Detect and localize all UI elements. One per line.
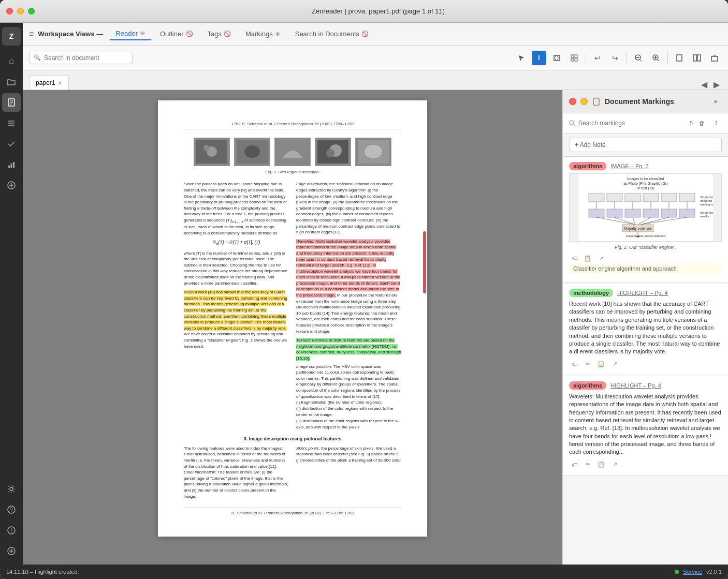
marking-1-tag[interactable]: algorithms [569,162,606,170]
tool-undo[interactable]: ↩ [590,51,605,65]
svg-point-49 [570,121,574,125]
marking-3-location[interactable]: HIGHLIGHT – Pg. 4 [610,382,661,389]
export-button[interactable]: ⤴ [710,117,722,129]
page-header: 1762 R. Schettini et al. / Pattern Recog… [184,121,401,129]
tab-reader-icon: 👁 [140,31,145,37]
menu-icon[interactable]: ≡ [29,29,34,39]
status-message: 14:11:10 – Highlight created. [6,569,671,575]
delete-all-button[interactable]: 🗑 [696,117,707,129]
tool-export[interactable] [707,51,722,65]
search-count: 5 [690,120,693,126]
svg-rect-70 [607,209,622,217]
marking-2-location[interactable]: HIGHLIGHT – Pg. 4 [617,290,668,296]
marking-1-share-action[interactable]: ↗ [596,253,606,263]
scroll-indicator [423,231,426,293]
svg-text:Single tree classifiers: Single tree classifiers [700,196,713,199]
marking-2-edit-action[interactable]: ✏ [583,359,593,369]
tab-outliner-label: Outliner [160,30,184,38]
search-box[interactable]: 🔍 [29,52,133,64]
svg-point-40 [203,145,210,151]
tool-redo[interactable]: ↪ [608,51,622,65]
svg-line-50 [574,125,575,126]
marking-3-edit-action[interactable]: ✏ [583,459,593,470]
search-markings-input[interactable] [578,120,687,127]
add-note-button[interactable]: + Add Note [569,138,722,152]
minimize-window-button[interactable] [17,8,24,14]
sidebar-item-settings[interactable] [2,480,21,498]
sidebar-item-chart[interactable] [2,155,21,174]
marking-2-tag-action[interactable]: 🏷 [569,359,579,369]
sidebar-item-info[interactable]: i [2,521,21,540]
svg-line-78 [615,217,635,225]
tab-search-documents[interactable]: Search in Documents 🚫 [289,28,375,40]
tool-two-page[interactable] [690,51,704,65]
highlight-recent-work: Recent work [10] has shown that the accu… [184,290,287,331]
tab-outliner[interactable]: Outliner 🚫 [154,28,199,40]
tab-reader[interactable]: Reader 👁 [109,27,152,40]
marking-1-tag-action[interactable]: 🏷 [569,253,579,263]
marking-3-tag-action[interactable]: 🏷 [569,459,579,470]
two-col-text: Since the process goes on until some sto… [184,181,401,430]
panel-close-button[interactable] [569,98,576,105]
tool-zoom-in[interactable] [649,51,663,65]
sidebar-item-add-circle[interactable] [2,542,21,560]
svg-rect-37 [711,56,718,61]
section3-left: The following features were used to inde… [184,446,289,499]
sidebar-item-add[interactable] [2,176,21,195]
marking-3-tag[interactable]: algorithms [569,381,606,390]
marking-2-preview: Recent work [10] has shown that the accu… [569,300,722,356]
fig-image-5 [355,138,391,166]
status-dot [675,570,679,574]
tab-nav-prev[interactable]: ◀ [699,79,709,90]
tool-grid[interactable] [567,51,581,65]
figure-area: Fig. 3. Skin regions detection. [184,138,401,175]
tool-cursor[interactable] [514,51,529,65]
sidebar-item-help[interactable]: ? [2,500,21,519]
svg-rect-71 [625,209,640,217]
highlight-wavelets: Wavelets: Multiresolution wavelet analys… [296,239,400,298]
svg-rect-69 [589,209,604,217]
tab-tags[interactable]: Tags 🚫 [201,28,237,40]
marking-1-location[interactable]: IMAGE – Pg. 3 [610,163,648,169]
pdf-viewer[interactable]: 1762 R. Schettini et al. / Pattern Recog… [23,90,562,565]
tab-close-button[interactable]: ✕ [58,80,62,86]
marking-1-copy-action[interactable]: 📋 [583,253,593,263]
app-logo: Z [2,27,21,46]
panel-menu-button[interactable]: ≡ [709,95,722,108]
tool-text-select[interactable]: I [532,51,546,65]
tabs-area: paper1 ✕ ◀ ▶ [23,70,728,90]
service-link[interactable]: Service [683,569,702,575]
sidebar-item-list[interactable] [2,114,21,132]
tab-nav-next[interactable]: ▶ [711,79,722,90]
tool-zoom-out[interactable] [631,51,646,65]
tool-crop[interactable] [549,51,564,65]
marking-3-header: algorithms HIGHLIGHT – Pg. 4 [569,381,722,390]
svg-rect-57 [643,194,659,202]
document-tab-paper1[interactable]: paper1 ✕ [29,76,69,90]
tab-markings[interactable]: Markings 👁 [239,28,287,40]
marking-item-3: algorithms HIGHLIGHT – Pg. 4 Wavelets: M… [563,376,728,476]
marking-3-copy-action[interactable]: 📋 [596,459,606,470]
marking-2-actions: 🏷 ✏ 📋 ↗ [569,359,722,369]
fig-image-1 [194,138,230,166]
panel-minimize-button[interactable] [580,98,588,105]
marking-3-share-action[interactable]: ↗ [609,459,620,470]
marking-item-1: algorithms IMAGE – Pg. 3 Images to be cl… [563,157,728,283]
maximize-window-button[interactable] [28,8,35,14]
tab-tags-label: Tags [208,30,222,38]
sidebar-item-home[interactable]: ⌂ [2,52,21,70]
section-heading: 3. Image description using pictorial fea… [184,436,401,442]
svg-rect-72 [643,209,659,217]
close-window-button[interactable] [6,8,13,14]
version-label: v2.0.1 [706,569,722,575]
marking-2-share-action[interactable]: ↗ [609,359,620,369]
sidebar-item-folder[interactable] [2,72,21,91]
marking-2-tag[interactable]: methodology [569,289,613,297]
search-input[interactable] [44,54,128,62]
tab-label: paper1 [36,79,55,86]
tool-single-page[interactable] [672,51,687,65]
sidebar-item-check[interactable] [2,135,21,153]
sidebar-item-reader[interactable] [2,93,21,112]
marking-2-copy-action[interactable]: 📋 [596,359,606,369]
pdf-page: 1762 R. Schettini et al. / Pattern Recog… [158,100,427,537]
